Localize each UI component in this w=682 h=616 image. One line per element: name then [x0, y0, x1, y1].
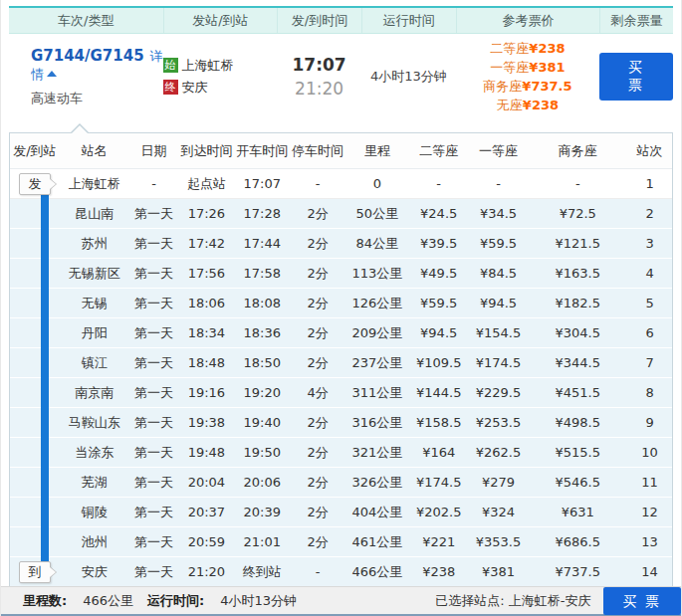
station-cell: 8: [627, 385, 672, 400]
station-cell: 第一天: [129, 444, 179, 462]
station-cell: 20:06: [234, 475, 290, 490]
station-cell: 池州: [60, 533, 129, 551]
station-cell: ¥164: [409, 445, 469, 460]
station-cell: 17:58: [234, 266, 290, 281]
station-cell: 3: [627, 236, 672, 251]
duration-cell: 4小时13分钟: [361, 68, 456, 86]
station-cell: 19:16: [178, 385, 234, 400]
station-cell: ¥686.5: [528, 534, 627, 549]
station-cell: 第一天: [129, 504, 179, 521]
mileage-label: 里程数:: [23, 592, 67, 610]
station-cell: ¥49.5: [409, 266, 469, 281]
fare-amount: ¥238: [529, 41, 565, 56]
station-cell: 起点站: [178, 175, 234, 193]
station-cell: 终到站: [234, 563, 290, 581]
station-cell: ¥94.5: [409, 325, 469, 340]
station-cell: ¥59.5: [469, 236, 529, 251]
header-station: 站名: [60, 142, 129, 160]
station-row[interactable]: 镇江第一天18:4818:502分237公里¥109.5¥174.5¥344.5…: [10, 348, 672, 378]
station-cell: 21:20: [178, 564, 234, 579]
times-cell: 17:07 21:20: [277, 55, 361, 99]
station-cell: 昆山南: [60, 205, 129, 223]
station-cell: 2分: [290, 354, 345, 372]
fare-amount: ¥238: [523, 98, 559, 112]
header-arrive: 到达时间: [178, 142, 234, 160]
footer-bar: 里程数: 466公里 运行时间: 4小时13分钟 已选择站点: 上海虹桥-安庆 …: [1, 586, 681, 616]
station-row[interactable]: 丹阳第一天18:3418:362分209公里¥94.5¥154.5¥304.56: [10, 318, 672, 348]
station-row[interactable]: 芜湖第一天20:0420:062分326公里¥174.5¥279¥546.511: [10, 468, 672, 498]
station-row[interactable]: 当涂东第一天19:4819:502分321公里¥164¥262.5¥515.51…: [10, 438, 672, 468]
station-row[interactable]: 昆山南第一天17:2617:282分50公里¥24.5¥34.5¥72.52: [10, 199, 672, 229]
header-stop-type: 发/到站: [10, 142, 60, 160]
station-cell: 17:56: [178, 266, 234, 281]
footer-buy-ticket-button[interactable]: 买 票: [603, 587, 681, 615]
fare-first-class: 一等座¥381: [456, 58, 600, 77]
station-cell: ¥221: [409, 534, 469, 549]
station-cell: ¥158.5: [409, 415, 469, 430]
duration-label: 运行时间:: [147, 592, 204, 610]
station-row[interactable]: 马鞍山东第一天19:3819:402分316公里¥158.5¥253.5¥498…: [10, 408, 672, 438]
station-cell: ¥154.5: [469, 325, 529, 340]
station-row[interactable]: 南京南第一天19:1619:204分311公里¥144.5¥229.5¥451.…: [10, 378, 672, 408]
station-cell: 第一天: [129, 354, 179, 372]
station-cell: 321公里: [345, 444, 409, 462]
station-cell: 20:04: [178, 475, 234, 490]
station-cell: 无锡新区: [60, 265, 129, 283]
station-row[interactable]: 池州第一天20:5921:012分461公里¥221¥353.5¥686.513: [10, 527, 672, 557]
station-cell: -: [409, 176, 469, 191]
station-cell: 2分: [290, 295, 345, 312]
station-cell: 17:42: [178, 236, 234, 251]
arrive-marker-badge: 到: [19, 561, 51, 583]
station-cell: ¥182.5: [528, 296, 627, 310]
station-row[interactable]: 安庆第一天21:20终到站-466公里¥238¥381¥737.514: [10, 557, 672, 587]
station-row[interactable]: 上海虹桥-起点站17:07-0---1: [10, 169, 672, 199]
header-date: 日期: [129, 142, 179, 160]
train-type: 高速动车: [31, 90, 163, 107]
summary-col-times: 发/到时间: [277, 8, 361, 33]
station-cell: -: [469, 176, 529, 191]
header-stop-no: 站次: [627, 142, 672, 160]
buy-ticket-button[interactable]: 买 票: [599, 53, 673, 101]
station-cell: 10: [627, 445, 672, 460]
collapse-caret-icon[interactable]: [47, 71, 57, 77]
station-cell: 18:36: [234, 325, 290, 340]
station-cell: ¥546.5: [528, 475, 627, 490]
station-cell: ¥229.5: [469, 385, 529, 400]
origin-badge-icon: 始: [163, 58, 178, 73]
station-cell: 12: [627, 505, 672, 519]
station-cell: ¥144.5: [409, 385, 469, 400]
depart-time: 17:07: [277, 55, 361, 75]
station-cell: -: [528, 176, 627, 191]
station-cell: 13: [627, 534, 672, 549]
station-cell: 311公里: [345, 384, 409, 402]
station-cell: 4分: [290, 384, 345, 402]
station-cell: ¥279: [469, 475, 529, 490]
station-cell: 南京南: [60, 384, 129, 402]
station-cell: 113公里: [345, 265, 409, 283]
station-cell: ¥39.5: [409, 236, 469, 251]
station-cell: ¥262.5: [469, 445, 529, 460]
station-row[interactable]: 无锡新区第一天17:5617:582分113公里¥49.5¥84.5¥163.5…: [10, 259, 672, 289]
station-row[interactable]: 苏州第一天17:4217:442分84公里¥39.5¥59.5¥121.53: [10, 229, 672, 259]
station-cell: 19:48: [178, 445, 234, 460]
station-cell: 19:40: [234, 415, 290, 430]
station-cell: ¥174.5: [469, 355, 529, 370]
selected-stations-value: 上海虹桥-安庆: [509, 592, 591, 610]
destination-station: 安庆: [182, 80, 208, 95]
station-cell: -: [290, 564, 345, 579]
station-cell: 237公里: [345, 354, 409, 372]
station-cell: ¥498.5: [528, 415, 627, 430]
station-row[interactable]: 无锡第一天18:0618:082分126公里¥59.5¥94.5¥182.55: [10, 289, 672, 318]
selected-stations-label: 已选择站点:: [435, 592, 504, 610]
station-cell: 11: [627, 475, 672, 490]
station-row[interactable]: 铜陵第一天20:3720:392分404公里¥202.5¥324¥63112: [10, 498, 672, 527]
station-cell: 第一天: [129, 533, 179, 551]
summary-header: 车次/类型 发站/到站 发/到时间 运行时间 参考票价 剩余票量: [9, 6, 673, 34]
station-cell: 17:28: [234, 206, 290, 221]
train-id-cell: G7144/G7145详情 高速动车: [9, 47, 163, 107]
station-cell: 芜湖: [60, 474, 129, 492]
origin-station: 上海虹桥: [182, 58, 234, 73]
duration-value: 4小时13分钟: [220, 592, 297, 610]
origin-line: 始上海虹桥: [163, 57, 278, 75]
header-first-class: 一等座: [469, 142, 529, 160]
